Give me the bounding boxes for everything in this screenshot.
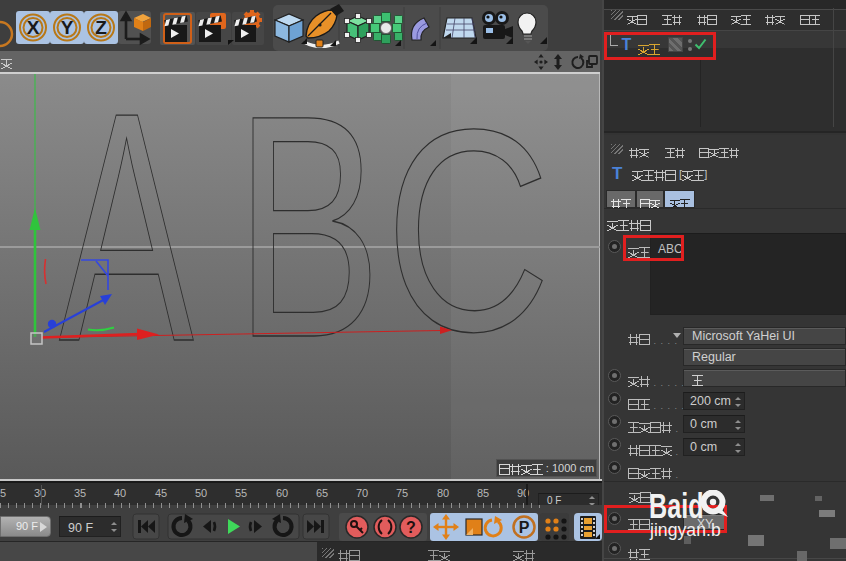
svg-text:X: X	[27, 17, 40, 38]
svg-text:P: P	[519, 519, 530, 536]
svg-text:?: ?	[406, 519, 416, 536]
svg-text:B: B	[235, 74, 382, 403]
svg-text:C: C	[385, 74, 551, 391]
svg-text:A: A	[59, 74, 195, 410]
svg-text:Z: Z	[95, 17, 107, 38]
svg-text:Y: Y	[61, 17, 74, 38]
